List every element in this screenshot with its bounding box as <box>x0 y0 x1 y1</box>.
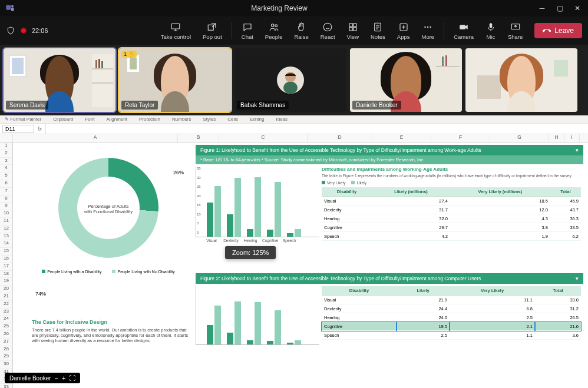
svg-rect-18 <box>490 23 493 28</box>
chat-icon <box>242 22 253 32</box>
camera-icon <box>458 22 469 32</box>
participant-tile-reta[interactable]: 1 ✋ Reta Taylor <box>119 48 231 112</box>
svg-rect-4 <box>209 25 214 30</box>
participant-tile-babak[interactable]: Babak Shammas <box>234 48 346 112</box>
participant-name-label: Reta Taylor <box>121 101 158 110</box>
participant-video-row: Serena Davis 1 ✋ Reta Taylor Babak Shamm… <box>0 45 588 115</box>
participant-tile-5[interactable] <box>465 48 577 112</box>
pop-out-icon <box>207 22 217 32</box>
zoom-out-button[interactable]: − <box>55 374 58 382</box>
case-for-inclusive-design: The Case for Inclusive Design There are … <box>32 319 191 343</box>
svg-rect-26 <box>95 60 97 68</box>
svg-rect-25 <box>92 82 113 84</box>
raise-hand-icon <box>296 22 307 32</box>
svg-rect-31 <box>130 58 137 69</box>
participant-tile-danielle[interactable]: Danielle Booker <box>350 48 462 112</box>
row-headers: 1234567891011121314151617181920212223242… <box>0 142 13 388</box>
presenter-label: Danielle Booker − + ⛶ <box>5 373 80 383</box>
figure-2-table: DisabilityLikelyVery LikelyTotalVisual21… <box>322 286 581 340</box>
more-button[interactable]: More <box>415 22 440 40</box>
people-button[interactable]: People <box>259 22 289 40</box>
svg-rect-34 <box>283 82 298 94</box>
toolbar-divider <box>444 22 444 39</box>
svg-point-1 <box>11 5 14 8</box>
more-icon <box>422 22 433 32</box>
svg-rect-9 <box>354 24 356 26</box>
svg-rect-28 <box>101 61 103 68</box>
svg-rect-36 <box>436 66 460 67</box>
svg-rect-8 <box>349 24 352 26</box>
notes-button[interactable]: Notes <box>365 22 391 40</box>
fx-icon: fx <box>34 126 45 132</box>
donut-legend: People Living with a Disability People L… <box>32 270 185 274</box>
figure-1-table: DisabilityLikely (millions)Very Likely (… <box>322 187 581 241</box>
svg-rect-22 <box>12 58 24 74</box>
take-control-button[interactable]: Take control <box>155 22 197 40</box>
figure-1-bar-chart: 35302520151050 VisualDexterityHearingCog… <box>196 167 319 243</box>
shared-screen-area[interactable]: ✎ Format Painter ClipboardFontAlignmentP… <box>0 115 588 388</box>
meeting-toolbar: 22:06 Take control Pop out Chat People R… <box>0 16 588 45</box>
call-timer: 22:06 <box>32 27 48 34</box>
title-bar: Marketing Review ─ ▢ ✕ <box>0 0 588 16</box>
donut-label-74: 74% <box>35 291 46 297</box>
participant-tile-serena[interactable]: Serena Davis <box>4 48 115 112</box>
svg-rect-0 <box>6 5 11 10</box>
share-button[interactable]: Share <box>502 22 528 40</box>
formula-input[interactable] <box>45 124 588 134</box>
collapse-icon[interactable]: ▾ <box>576 276 579 281</box>
svg-point-7 <box>323 23 332 31</box>
collapse-icon[interactable]: ▾ <box>576 147 579 153</box>
mic-button[interactable]: Mic <box>480 22 502 40</box>
svg-point-15 <box>427 26 428 27</box>
svg-rect-40 <box>477 75 501 99</box>
window-close-button[interactable]: ✕ <box>574 5 581 12</box>
svg-rect-17 <box>460 25 465 29</box>
window-minimize-button[interactable]: ─ <box>539 5 546 12</box>
pop-out-button[interactable]: Pop out <box>197 22 228 40</box>
column-headers: A B C D E F G H I <box>0 134 588 142</box>
hand-raised-badge: 1 ✋ <box>121 51 137 58</box>
window-title: Marketing Review <box>20 4 539 12</box>
formula-bar: D11 fx <box>0 124 588 134</box>
apps-button[interactable]: Apps <box>391 22 416 40</box>
svg-rect-38 <box>445 55 447 66</box>
figure-2-bar-chart <box>196 286 319 345</box>
participant-name-label: Babak Shammas <box>237 101 289 110</box>
leave-button[interactable]: Leave <box>534 23 582 38</box>
shield-icon <box>6 26 15 35</box>
svg-rect-27 <box>98 59 100 68</box>
svg-rect-41 <box>554 60 568 77</box>
svg-rect-3 <box>172 24 180 29</box>
grid-icon <box>348 22 358 32</box>
raise-hand-button[interactable]: Raise <box>288 22 314 40</box>
zoom-in-button[interactable]: + <box>62 374 65 382</box>
people-icon <box>269 22 279 32</box>
svg-rect-11 <box>354 27 356 30</box>
excel-ribbon: ✎ Format Painter ClipboardFontAlignmentP… <box>0 115 588 124</box>
monitor-icon <box>170 22 181 32</box>
donut-label-26: 26% <box>173 170 184 175</box>
share-icon <box>510 22 521 32</box>
svg-point-14 <box>425 26 426 27</box>
notes-icon <box>372 22 383 32</box>
recording-indicator-icon <box>21 28 26 33</box>
view-button[interactable]: View <box>341 22 365 40</box>
react-button[interactable]: React <box>315 22 341 40</box>
spreadsheet-grid[interactable]: A B C D E F G H I 1234567891011121314151… <box>0 134 588 388</box>
avatar-icon <box>277 67 304 94</box>
name-box[interactable]: D11 <box>2 125 34 133</box>
svg-point-5 <box>271 24 274 26</box>
figure-2: Figure 2: Likelyhood to Benefit from the… <box>196 273 583 345</box>
window-maximize-button[interactable]: ▢ <box>556 5 563 12</box>
chat-button[interactable]: Chat <box>236 22 259 40</box>
toolbar-divider <box>232 22 232 39</box>
fit-to-window-button[interactable]: ⛶ <box>69 374 75 382</box>
apps-icon <box>398 22 409 32</box>
camera-button[interactable]: Camera <box>448 22 480 40</box>
svg-rect-10 <box>349 27 352 30</box>
svg-rect-24 <box>92 68 113 69</box>
teams-app-icon <box>5 3 15 14</box>
zoom-toast: Zoom: 125% <box>225 246 276 259</box>
leave-icon <box>543 26 551 35</box>
svg-rect-37 <box>442 57 444 66</box>
